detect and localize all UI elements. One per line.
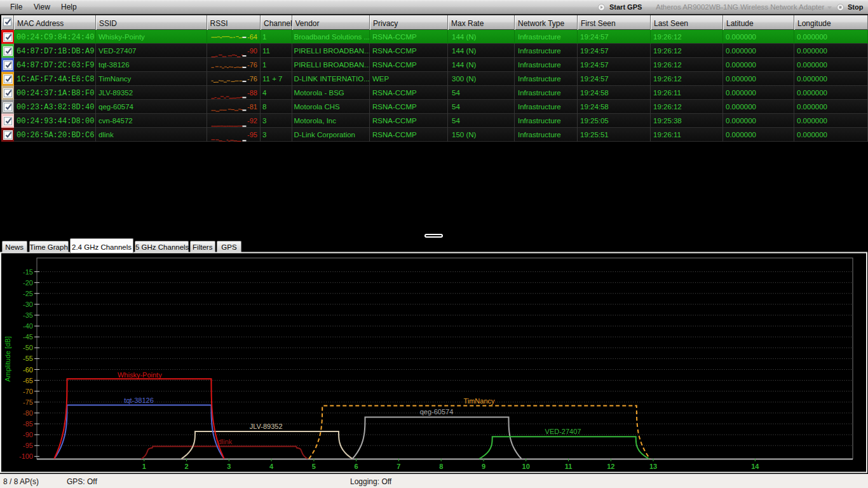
svg-text:8: 8 (439, 463, 443, 470)
svg-text:-50: -50 (23, 344, 33, 351)
svg-text:-40: -40 (23, 322, 33, 330)
svg-text:-30: -30 (23, 301, 33, 308)
svg-text:2: 2 (185, 463, 189, 470)
svg-text:-20: -20 (23, 279, 33, 287)
svg-text:9: 9 (482, 463, 485, 470)
svg-text:-35: -35 (23, 311, 33, 319)
svg-text:13: 13 (649, 463, 657, 470)
svg-text:-55: -55 (23, 355, 33, 362)
svg-text:-90: -90 (23, 431, 33, 438)
svg-text:-60: -60 (23, 366, 33, 374)
svg-text:-65: -65 (23, 377, 33, 384)
svg-text:7: 7 (397, 463, 400, 470)
svg-text:tqt-38126: tqt-38126 (124, 396, 153, 404)
svg-text:JLV-89352: JLV-89352 (250, 423, 283, 430)
svg-text:11: 11 (565, 463, 573, 470)
svg-text:-25: -25 (23, 290, 33, 297)
svg-text:12: 12 (607, 463, 614, 470)
svg-text:-80: -80 (23, 409, 33, 417)
svg-text:-45: -45 (23, 333, 33, 341)
svg-text:3: 3 (227, 463, 231, 470)
svg-text:10: 10 (522, 463, 530, 470)
svg-text:5: 5 (312, 463, 316, 470)
svg-text:TimNancy: TimNancy (463, 397, 495, 405)
svg-text:-15: -15 (23, 268, 33, 276)
svg-text:VED-27407: VED-27407 (545, 428, 581, 435)
svg-text:dlink: dlink (218, 438, 233, 445)
svg-text:6: 6 (355, 463, 358, 470)
svg-text:4: 4 (269, 463, 274, 470)
svg-text:-85: -85 (23, 420, 33, 428)
svg-text:-70: -70 (23, 388, 33, 395)
svg-text:14: 14 (751, 463, 759, 470)
svg-text:qeg-60574: qeg-60574 (420, 408, 454, 416)
svg-text:-75: -75 (23, 398, 33, 406)
svg-text:Whisky-Pointy: Whisky-Pointy (118, 371, 162, 379)
svg-text:-100: -100 (19, 452, 33, 460)
svg-text:Amplitude [dB]: Amplitude [dB] (4, 336, 11, 382)
svg-text:-95: -95 (23, 442, 33, 449)
svg-text:1: 1 (142, 463, 146, 470)
